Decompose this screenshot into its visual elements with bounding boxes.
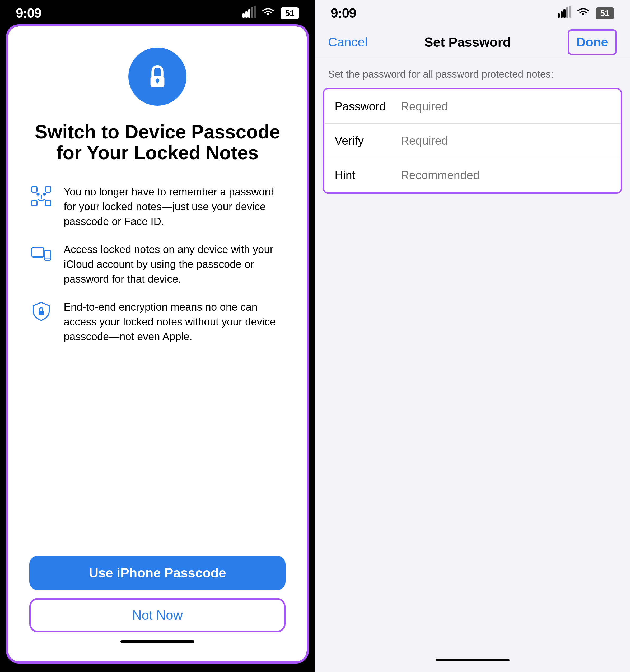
svg-rect-21 — [563, 9, 565, 18]
done-button[interactable]: Done — [568, 29, 617, 55]
feature-item-faceid: You no longer have to remember a passwor… — [29, 184, 286, 229]
right-wifi-icon — [576, 6, 590, 20]
svg-point-12 — [37, 193, 39, 195]
right-status-icons: 51 — [558, 6, 614, 20]
svg-rect-18 — [39, 311, 44, 315]
svg-rect-0 — [242, 14, 245, 18]
svg-rect-4 — [254, 6, 256, 18]
right-status-bar: 9:09 51 — [315, 0, 630, 26]
svg-rect-16 — [44, 251, 51, 260]
hint-label: Hint — [335, 169, 393, 182]
verify-label: Verify — [335, 134, 393, 147]
left-time: 9:09 — [16, 5, 41, 21]
svg-rect-23 — [569, 6, 571, 18]
hint-input[interactable] — [401, 169, 610, 182]
lock-icon — [142, 61, 173, 93]
left-panel: 9:09 51 — [0, 0, 315, 672]
svg-rect-7 — [156, 80, 158, 83]
svg-rect-19 — [558, 14, 560, 18]
cancel-button[interactable]: Cancel — [328, 35, 367, 49]
svg-rect-11 — [45, 200, 51, 206]
wifi-icon — [261, 6, 275, 20]
right-time: 9:09 — [331, 5, 356, 21]
left-status-icons: 51 — [242, 6, 299, 20]
left-status-bar: 9:09 51 — [0, 0, 315, 26]
use-passcode-button[interactable]: Use iPhone Passcode — [29, 556, 286, 590]
password-input[interactable] — [401, 100, 610, 113]
password-label: Password — [335, 100, 393, 113]
main-title: Switch to Device Passcode for Your Locke… — [29, 121, 286, 163]
signal-icon — [242, 6, 256, 20]
feature-item-shield: End-to-end encryption means no one can a… — [29, 299, 286, 344]
left-home-indicator — [120, 640, 194, 643]
svg-rect-2 — [248, 9, 250, 18]
set-password-subtitle: Set the password for all password protec… — [315, 58, 630, 88]
feature-text-shield: End-to-end encryption means no one can a… — [64, 299, 286, 344]
face-id-icon — [29, 184, 53, 208]
bottom-buttons: Use iPhone Passcode Not Now — [29, 556, 286, 632]
svg-rect-9 — [45, 187, 51, 192]
left-battery: 51 — [281, 7, 299, 19]
right-panel: 9:09 51 Cancel — [315, 0, 630, 672]
svg-rect-1 — [245, 11, 247, 18]
right-content-area — [315, 194, 630, 653]
svg-rect-10 — [32, 200, 37, 206]
shield-lock-icon — [29, 299, 53, 323]
right-battery: 51 — [596, 7, 614, 19]
svg-rect-3 — [251, 7, 253, 18]
right-bottom-area — [315, 653, 630, 672]
right-home-indicator — [436, 659, 510, 662]
svg-rect-22 — [566, 7, 568, 18]
nav-title: Set Password — [424, 34, 511, 50]
features-list: You no longer have to remember a passwor… — [29, 184, 286, 344]
hint-row[interactable]: Hint — [324, 158, 621, 192]
verify-input[interactable] — [401, 134, 610, 147]
svg-rect-20 — [560, 11, 563, 18]
password-form-card: Password Verify Hint — [323, 88, 622, 194]
verify-row[interactable]: Verify — [324, 124, 621, 158]
svg-rect-8 — [32, 187, 37, 192]
svg-rect-15 — [32, 247, 44, 257]
devices-icon — [29, 242, 53, 266]
feature-text-faceid: You no longer have to remember a passwor… — [64, 184, 286, 229]
password-row[interactable]: Password — [324, 89, 621, 124]
nav-bar: Cancel Set Password Done — [315, 26, 630, 58]
feature-text-devices: Access locked notes on any device with y… — [64, 242, 286, 286]
lock-icon-container — [128, 48, 187, 106]
right-signal-icon — [558, 6, 571, 20]
not-now-button[interactable]: Not Now — [29, 598, 286, 632]
svg-point-13 — [43, 193, 45, 195]
feature-item-devices: Access locked notes on any device with y… — [29, 242, 286, 286]
left-content-card: Switch to Device Passcode for Your Locke… — [8, 26, 307, 662]
